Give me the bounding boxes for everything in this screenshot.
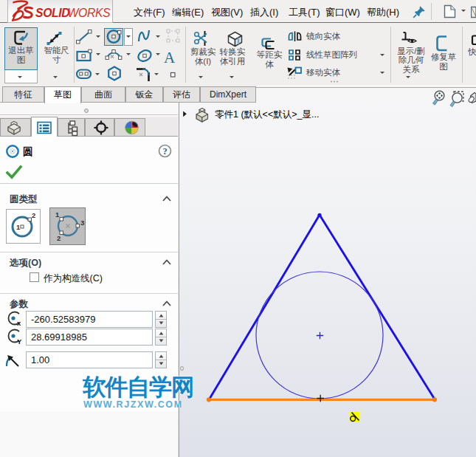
svg-text:WORKS: WORKS (68, 7, 111, 19)
svg-text:A: A (164, 49, 176, 66)
svg-text:1: 1 (55, 210, 60, 219)
svg-text:2: 2 (32, 211, 35, 219)
svg-text:x: x (17, 319, 21, 327)
svg-text:SOLID: SOLID (35, 7, 69, 19)
svg-text:2: 2 (57, 234, 61, 242)
svg-text:?: ? (162, 146, 167, 157)
svg-text:3: 3 (80, 219, 84, 227)
svg-text:Y: Y (17, 337, 22, 346)
svg-text:1: 1 (16, 223, 21, 231)
